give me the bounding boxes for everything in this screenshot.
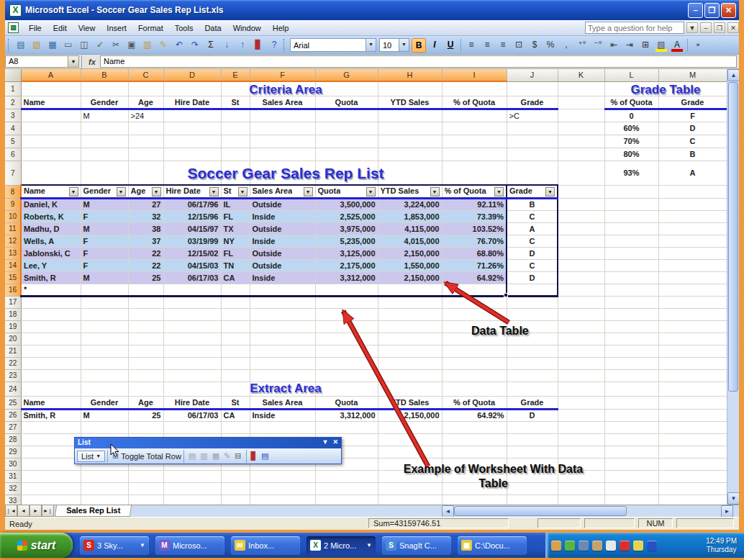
close-button[interactable]: ✕ xyxy=(721,3,736,18)
cell-C4[interactable] xyxy=(128,122,163,135)
cell-G3[interactable] xyxy=(315,109,378,122)
cell-C1[interactable] xyxy=(128,81,163,96)
row-header-12[interactable]: 12 xyxy=(5,235,21,247)
cell-A10[interactable]: Roberts, K xyxy=(21,210,81,222)
cell-B9[interactable]: M xyxy=(81,198,128,210)
cell-A5[interactable] xyxy=(21,135,81,148)
cell-I12[interactable]: 76.70% xyxy=(442,235,507,247)
cut-icon[interactable]: ✂ xyxy=(109,38,123,53)
row-header-17[interactable]: 17 xyxy=(5,296,21,308)
cell-E25[interactable]: St xyxy=(221,396,250,409)
cell-F31[interactable] xyxy=(250,470,315,482)
cell-B8[interactable]: Gender▼ xyxy=(81,185,128,198)
comma-style-icon[interactable]: , xyxy=(559,38,573,53)
cell-D12[interactable]: 03/19/99 xyxy=(163,235,221,247)
cell-I22[interactable] xyxy=(442,357,507,369)
cell-C17[interactable] xyxy=(128,296,163,308)
column-header-I[interactable]: I xyxy=(442,69,507,81)
row-header-7[interactable]: 7 xyxy=(5,161,21,185)
cell-D14[interactable]: 04/15/03 xyxy=(163,259,221,271)
cell-I5[interactable] xyxy=(442,135,507,148)
cell-H19[interactable] xyxy=(378,320,442,333)
cell-E18[interactable] xyxy=(221,308,250,320)
decrease-indent-icon[interactable]: ⇤ xyxy=(607,38,621,53)
cell-L13[interactable] xyxy=(604,247,658,259)
cell-A6[interactable] xyxy=(21,148,81,161)
cell-G4[interactable] xyxy=(315,122,378,135)
menu-insert[interactable]: Insert xyxy=(101,22,132,35)
cell-E27[interactable] xyxy=(221,421,250,433)
cell-H6[interactable] xyxy=(378,148,442,161)
list-tool-icon[interactable]: ✎ xyxy=(224,451,230,461)
cell-F3[interactable] xyxy=(250,109,315,122)
menu-edit[interactable]: Edit xyxy=(47,22,73,35)
column-header-E[interactable]: E xyxy=(221,69,250,81)
decrease-decimal-icon[interactable]: ⁻° xyxy=(591,38,605,53)
cell-B12[interactable]: F xyxy=(81,235,128,247)
cell-A25[interactable]: Name xyxy=(21,396,81,409)
open-icon[interactable]: ▨ xyxy=(30,38,44,53)
cell-J5[interactable] xyxy=(507,135,558,148)
cell-H26[interactable]: 2,150,000 xyxy=(378,409,442,421)
cell-I28[interactable] xyxy=(442,433,507,446)
font-size-select[interactable]: 10 ▼ xyxy=(379,38,409,52)
cell-A28[interactable] xyxy=(21,433,81,446)
cell-I21[interactable] xyxy=(442,345,507,357)
cell-C11[interactable]: 38 xyxy=(128,222,163,235)
cell-J23[interactable] xyxy=(507,369,558,381)
cell-B13[interactable]: F xyxy=(81,247,128,259)
cell-B6[interactable] xyxy=(81,148,128,161)
cell-D4[interactable] xyxy=(163,122,221,135)
cell-B26[interactable]: M xyxy=(81,409,128,421)
cell-E17[interactable] xyxy=(221,296,250,308)
taskbar-button-skype[interactable]: S3 Sky...▼ xyxy=(80,536,149,555)
cell-H2[interactable]: YTD Sales xyxy=(378,96,442,109)
cell-J15[interactable]: D xyxy=(507,271,558,284)
cell-M9[interactable] xyxy=(658,198,727,210)
cell-M14[interactable] xyxy=(658,259,727,271)
cell-E3[interactable] xyxy=(221,109,250,122)
horizontal-scrollbar[interactable]: ◄ ► xyxy=(442,505,733,517)
cell-K18[interactable] xyxy=(558,308,604,320)
row-header-26[interactable]: 26 xyxy=(5,409,21,421)
cell-A14[interactable]: Lee, Y xyxy=(21,259,81,271)
cell-F19[interactable] xyxy=(250,320,315,333)
list-tool-icon[interactable]: ▦ xyxy=(212,451,219,461)
cell-L8[interactable] xyxy=(604,185,658,198)
cell-F12[interactable]: Inside xyxy=(250,235,315,247)
cell-M18[interactable] xyxy=(658,308,727,320)
cell-C8[interactable]: Age▼ xyxy=(128,185,163,198)
toggle-total-row-label[interactable]: Toggle Total Row xyxy=(121,452,181,461)
cell-A21[interactable] xyxy=(21,345,81,357)
select-all-corner[interactable] xyxy=(5,69,21,81)
cell-H15[interactable]: 2,150,000 xyxy=(378,271,442,284)
cell-A29[interactable] xyxy=(21,446,81,458)
cell-B16[interactable] xyxy=(81,284,128,296)
cell-M4[interactable]: D xyxy=(658,122,727,135)
cell-F6[interactable] xyxy=(250,148,315,161)
cell-C24[interactable] xyxy=(128,381,163,396)
row-header-33[interactable]: 33 xyxy=(5,494,21,505)
cell-M7[interactable]: A xyxy=(658,161,727,185)
cell-M33[interactable] xyxy=(658,494,727,505)
cell-L11[interactable] xyxy=(604,222,658,235)
bold-button[interactable]: B xyxy=(412,38,426,53)
cell-E26[interactable]: CA xyxy=(221,409,250,421)
vertical-scroll-thumb[interactable] xyxy=(728,82,738,392)
column-header-L[interactable]: L xyxy=(604,69,658,81)
column-header-H[interactable]: H xyxy=(378,69,442,81)
menu-window[interactable]: Window xyxy=(227,22,267,35)
cell-G18[interactable] xyxy=(315,308,378,320)
cell-G22[interactable] xyxy=(315,357,378,369)
cell-K3[interactable] xyxy=(558,109,604,122)
cell-A7[interactable] xyxy=(21,161,81,185)
cell-H8[interactable]: YTD Sales▼ xyxy=(378,185,442,198)
cell-K15[interactable] xyxy=(558,271,604,284)
cell-C33[interactable] xyxy=(128,494,163,505)
cell-F18[interactable] xyxy=(250,308,315,320)
cell-D16[interactable] xyxy=(163,284,221,296)
cell-H28[interactable] xyxy=(378,433,442,446)
cell-B11[interactable]: M xyxy=(81,222,128,235)
tray-browser-icon[interactable] xyxy=(647,541,657,551)
cell-M19[interactable] xyxy=(658,320,727,333)
